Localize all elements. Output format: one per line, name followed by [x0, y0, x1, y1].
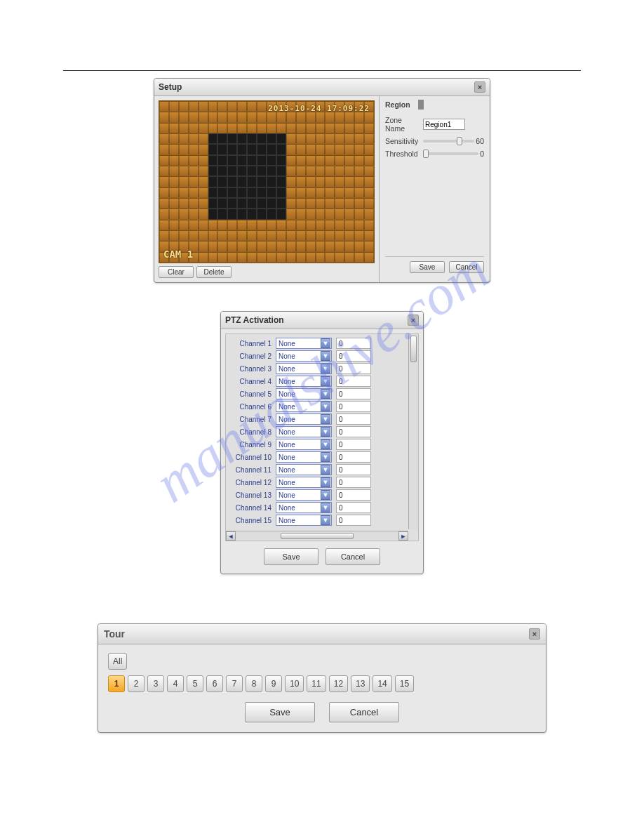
grid-cell[interactable] [208, 230, 218, 241]
grid-cell[interactable] [286, 208, 296, 219]
grid-cell[interactable] [306, 252, 316, 263]
grid-cell[interactable] [169, 230, 179, 241]
grid-cell[interactable] [257, 230, 267, 241]
grid-cell[interactable] [267, 230, 276, 241]
grid-cell[interactable] [354, 123, 364, 133]
horizontal-scrollbar[interactable]: ◄ ► [226, 531, 408, 541]
grid-cell[interactable] [354, 230, 364, 241]
grid-cell[interactable] [208, 252, 218, 263]
grid-cell[interactable] [169, 220, 179, 230]
tour-channel-button[interactable]: 15 [395, 675, 414, 692]
grid-cell[interactable] [227, 208, 237, 219]
grid-cell[interactable] [208, 198, 218, 208]
grid-cell[interactable] [354, 133, 364, 144]
grid-cell[interactable] [227, 252, 237, 263]
grid-cell[interactable] [306, 133, 316, 144]
grid-cell[interactable] [199, 252, 208, 263]
grid-cell[interactable] [335, 123, 344, 133]
grid-cell[interactable] [217, 208, 227, 219]
grid-cell[interactable] [267, 187, 276, 198]
preset-select[interactable]: None▼ [276, 489, 332, 501]
grid-cell[interactable] [286, 155, 296, 166]
grid-cell[interactable] [217, 220, 227, 230]
grid-cell[interactable] [159, 187, 169, 198]
grid-cell[interactable] [237, 123, 247, 133]
grid-cell[interactable] [286, 252, 296, 263]
grid-cell[interactable] [247, 133, 257, 144]
grid-cell[interactable] [227, 133, 237, 144]
grid-cell[interactable] [189, 230, 199, 241]
tour-channel-button[interactable]: 8 [246, 675, 262, 692]
grid-cell[interactable] [159, 155, 169, 166]
preset-select[interactable]: None▼ [276, 515, 332, 526]
tour-channel-button[interactable]: 12 [329, 675, 348, 692]
setup-cancel-button[interactable]: Cancel [449, 261, 484, 273]
grid-cell[interactable] [316, 230, 326, 241]
grid-cell[interactable] [344, 187, 354, 198]
grid-cell[interactable] [227, 241, 237, 251]
grid-cell[interactable] [335, 230, 344, 241]
grid-cell[interactable] [335, 112, 344, 122]
grid-cell[interactable] [364, 230, 374, 241]
preset-number-input[interactable]: 0 [336, 464, 371, 475]
grid-cell[interactable] [276, 133, 286, 144]
tour-save-button[interactable]: Save [245, 702, 315, 722]
grid-cell[interactable] [189, 123, 199, 133]
grid-cell[interactable] [344, 155, 354, 166]
grid-cell[interactable] [217, 101, 227, 112]
grid-cell[interactable] [189, 144, 199, 154]
grid-cell[interactable] [199, 133, 208, 144]
grid-cell[interactable] [325, 198, 335, 208]
preset-select[interactable]: None▼ [276, 363, 332, 374]
grid-cell[interactable] [364, 198, 374, 208]
preset-number-input[interactable]: 0 [336, 489, 371, 501]
grid-cell[interactable] [217, 133, 227, 144]
ptz-cancel-button[interactable]: Cancel [326, 548, 380, 565]
grid-cell[interactable] [257, 166, 267, 176]
grid-cell[interactable] [267, 166, 276, 176]
grid-cell[interactable] [306, 155, 316, 166]
vertical-scrollbar[interactable] [408, 334, 418, 529]
grid-cell[interactable] [217, 112, 227, 122]
grid-cell[interactable] [335, 187, 344, 198]
grid-cell[interactable] [316, 187, 326, 198]
grid-cell[interactable] [364, 176, 374, 187]
setup-save-button[interactable]: Save [410, 261, 445, 273]
grid-cell[interactable] [286, 176, 296, 187]
grid-cell[interactable] [179, 133, 189, 144]
grid-cell[interactable] [296, 220, 306, 230]
preset-number-input[interactable]: 0 [336, 350, 371, 362]
grid-cell[interactable] [335, 241, 344, 251]
grid-cell[interactable] [189, 166, 199, 176]
grid-cell[interactable] [237, 208, 247, 219]
grid-cell[interactable] [316, 133, 326, 144]
grid-cell[interactable] [296, 198, 306, 208]
grid-cell[interactable] [364, 123, 374, 133]
grid-cell[interactable] [364, 220, 374, 230]
grid-cell[interactable] [169, 123, 179, 133]
grid-cell[interactable] [344, 230, 354, 241]
grid-cell[interactable] [247, 252, 257, 263]
grid-cell[interactable] [247, 155, 257, 166]
grid-cell[interactable] [276, 198, 286, 208]
preset-number-input[interactable]: 0 [336, 515, 371, 526]
tour-channel-button[interactable]: 14 [373, 675, 391, 692]
grid-cell[interactable] [179, 166, 189, 176]
grid-cell[interactable] [296, 176, 306, 187]
grid-cell[interactable] [257, 208, 267, 219]
grid-cell[interactable] [247, 230, 257, 241]
grid-cell[interactable] [316, 166, 326, 176]
preset-select[interactable]: None▼ [276, 401, 332, 412]
grid-cell[interactable] [208, 166, 218, 176]
grid-cell[interactable] [179, 208, 189, 219]
grid-cell[interactable] [316, 198, 326, 208]
grid-cell[interactable] [267, 252, 276, 263]
preset-select[interactable]: None▼ [276, 388, 332, 399]
grid-cell[interactable] [179, 101, 189, 112]
grid-cell[interactable] [335, 166, 344, 176]
grid-cell[interactable] [217, 241, 227, 251]
grid-cell[interactable] [159, 123, 169, 133]
grid-cell[interactable] [169, 144, 179, 154]
grid-cell[interactable] [316, 112, 326, 122]
grid-cell[interactable] [247, 176, 257, 187]
